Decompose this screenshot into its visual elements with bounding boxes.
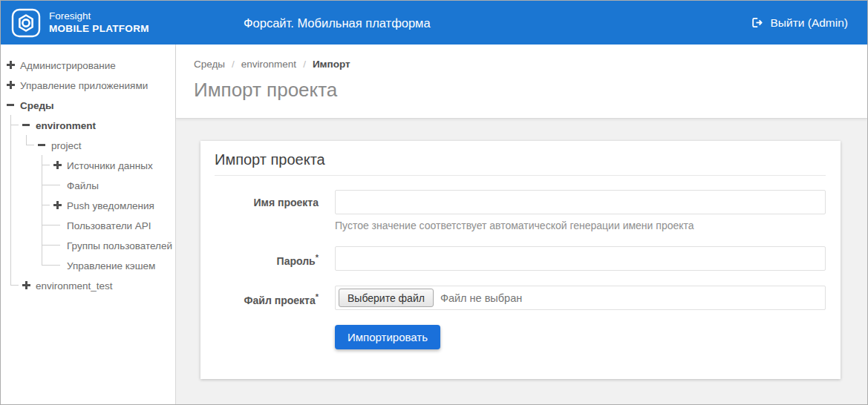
submit-row: Импортировать [215, 325, 826, 349]
file-status-text: Файл не выбран [440, 292, 522, 304]
tree-item-label[interactable]: Пользователи API [67, 220, 151, 231]
card-heading: Импорт проекта [215, 151, 826, 176]
brand-text: Foresight MOBILE PLATFORM [49, 10, 149, 36]
project-file-row: Файл проекта* Выберите файл Файл не выбр… [215, 286, 826, 310]
project-name-input[interactable] [335, 190, 826, 214]
project-name-label: Имя проекта [215, 190, 319, 231]
tree-item-label[interactable]: project [51, 139, 82, 151]
tree-item-app-management[interactable]: Управление приложениями [7, 75, 175, 95]
password-label: Пароль* [215, 246, 319, 271]
project-name-helper-text: Пустое значение соответствует автоматиче… [335, 220, 826, 231]
import-button[interactable]: Импортировать [335, 325, 440, 349]
tree-item-label[interactable]: Администрирование [20, 59, 116, 71]
expand-plus-icon[interactable] [7, 61, 15, 69]
app-title: Форсайт. Мобильная платформа [244, 16, 431, 30]
tree-item-administration[interactable]: Администрирование [7, 55, 175, 75]
logout-button[interactable]: Выйти (Admin) [751, 16, 867, 30]
breadcrumb-separator: / [232, 59, 235, 70]
tree-item-cache-management[interactable]: Управление кэшем [53, 255, 175, 275]
sidebar-navigation-tree: Администрирование Управление приложениям… [1, 45, 176, 404]
tree-item-environment-test[interactable]: environment_test [22, 275, 175, 295]
tree-item-api-users[interactable]: Пользователи API [53, 215, 175, 235]
main-content: Среды / environment / Импорт Импорт прое… [176, 45, 867, 404]
submit-spacer [215, 325, 319, 349]
app-window: Foresight MOBILE PLATFORM Форсайт. Мобил… [0, 0, 868, 405]
collapse-minus-icon[interactable] [38, 141, 46, 149]
expand-plus-icon[interactable] [7, 81, 15, 89]
breadcrumb-current-import: Импорт [313, 59, 350, 70]
tree-item-user-groups[interactable]: Группы пользователей [53, 235, 175, 255]
tree-item-environment[interactable]: environment project Источники данных [22, 115, 175, 275]
brand-name: Foresight [49, 10, 149, 23]
label-text: Пароль [277, 255, 316, 267]
breadcrumb-environment[interactable]: environment [241, 59, 296, 70]
tree-item-label[interactable]: Группы пользователей [67, 240, 172, 251]
tree-item-label[interactable]: Управление кэшем [67, 260, 155, 271]
brand-logo-block[interactable]: Foresight MOBILE PLATFORM [1, 8, 149, 38]
tree-item-label[interactable]: Источники данных [67, 159, 153, 171]
tree-item-environments[interactable]: Среды environment project [7, 95, 175, 295]
tree-item-label[interactable]: Управление приложениями [20, 79, 148, 91]
breadcrumb: Среды / environment / Импорт [194, 59, 849, 70]
tree-item-push-notifications[interactable]: Push уведомления [53, 195, 175, 215]
choose-file-button[interactable]: Выберите файл [339, 289, 434, 307]
expand-plus-icon[interactable] [53, 161, 62, 169]
logout-label: Выйти (Admin) [771, 16, 848, 30]
import-project-card: Импорт проекта Имя проекта Пустое значен… [200, 141, 841, 379]
tree-item-data-sources[interactable]: Источники данных [53, 155, 175, 175]
import-project-form: Имя проекта Пустое значение соответствуе… [215, 190, 826, 349]
file-input-field[interactable]: Выберите файл Файл не выбран [335, 286, 826, 310]
tree-item-files[interactable]: Файлы [53, 175, 175, 195]
tree-item-label[interactable]: Файлы [67, 180, 99, 191]
password-input[interactable] [335, 246, 826, 271]
label-text: Файл проекта [244, 294, 316, 306]
breadcrumb-separator: / [303, 59, 306, 70]
project-name-row: Имя проекта Пустое значение соответствуе… [215, 190, 826, 231]
collapse-minus-icon[interactable] [7, 101, 15, 109]
tree-item-label[interactable]: Push уведомления [67, 200, 154, 211]
tree-item-label[interactable]: environment_test [36, 280, 113, 292]
content-header: Среды / environment / Импорт Импорт прое… [176, 45, 867, 119]
foresight-logo-icon [11, 8, 41, 38]
sign-out-icon [751, 16, 763, 29]
tree-item-label[interactable]: environment [36, 119, 96, 131]
content-body: Импорт проекта Имя проекта Пустое значен… [176, 119, 867, 404]
project-file-label: Файл проекта* [215, 286, 319, 310]
tree-item-project[interactable]: project Источники данных [38, 135, 175, 275]
tree-item-label[interactable]: Среды [20, 99, 54, 111]
breadcrumb-environments[interactable]: Среды [194, 59, 225, 70]
collapse-minus-icon[interactable] [22, 121, 30, 129]
required-asterisk: * [316, 253, 319, 262]
password-row: Пароль* [215, 246, 826, 271]
label-text: Имя проекта [254, 197, 319, 208]
page-title: Импорт проекта [194, 79, 849, 102]
expand-plus-icon[interactable] [53, 201, 62, 209]
top-header-bar: Foresight MOBILE PLATFORM Форсайт. Мобил… [1, 1, 867, 45]
expand-plus-icon[interactable] [22, 281, 30, 289]
brand-product: MOBILE PLATFORM [49, 23, 149, 36]
required-asterisk: * [316, 292, 319, 301]
